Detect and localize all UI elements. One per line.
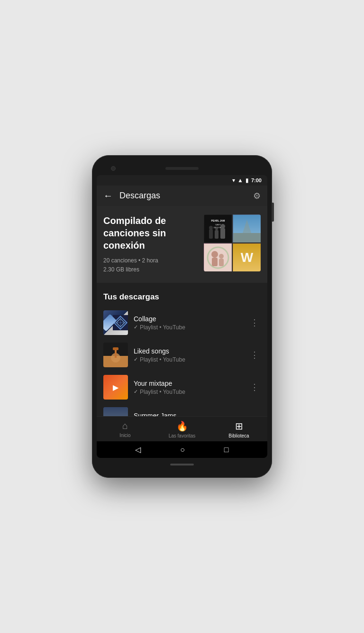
more-options-button-liked-songs[interactable]: ⋮	[248, 348, 261, 362]
item-thumbnail-summer-jams	[103, 407, 128, 416]
hero-title: Compilado de canciones sin conexión	[103, 214, 197, 251]
item-name-collage: Collage	[134, 315, 243, 323]
svg-rect-16	[212, 258, 218, 266]
library-icon: ⊞	[235, 420, 243, 432]
verified-icon: ✓	[134, 356, 138, 363]
more-options-button-summer-jams[interactable]: ⋮	[248, 412, 261, 416]
android-home-button[interactable]: ○	[180, 446, 185, 454]
svg-rect-6	[215, 230, 218, 239]
hero-collage: PEARL JAM CAN'T DENY ME	[204, 214, 261, 271]
nav-item-biblioteca[interactable]: ⊞ Biblioteca	[210, 420, 267, 438]
svg-rect-30	[113, 347, 118, 350]
verified-icon: ✓	[134, 389, 138, 395]
earpiece-speaker	[165, 167, 199, 170]
android-recents-button[interactable]: □	[224, 446, 229, 454]
battery-icon: ▮	[246, 177, 249, 184]
signal-icon: ▲	[237, 177, 243, 184]
download-item[interactable]: Liked songs ✓ Playlist • YouTube ⋮	[97, 339, 267, 371]
front-camera	[111, 166, 116, 171]
more-options-button-your-mixtape[interactable]: ⋮	[248, 380, 261, 394]
svg-rect-8	[220, 228, 225, 239]
nav-item-inicio[interactable]: ⌂ Inicio	[97, 420, 154, 438]
svg-text:PEARL JAM: PEARL JAM	[211, 219, 225, 222]
nav-label-biblioteca: Biblioteca	[228, 433, 249, 438]
bottom-navigation: ⌂ Inicio 🔥 Las favoritas ⊞ Biblioteca	[97, 416, 267, 441]
svg-rect-18	[219, 259, 224, 266]
more-options-button-collage[interactable]: ⋮	[248, 316, 261, 330]
collage-cell-1: PEARL JAM CAN'T DENY ME	[204, 214, 232, 242]
status-time: 7:00	[251, 177, 262, 183]
item-subtitle-collage: ✓ Playlist • YouTube	[134, 324, 243, 331]
hero-songs-count: 20 canciones • 2 hora	[103, 256, 197, 265]
svg-point-7	[215, 227, 218, 230]
status-icons: ▾ ▲ ▮ 7:00	[232, 177, 262, 184]
item-name-summer-jams: Summer Jams	[134, 412, 243, 416]
back-button[interactable]: ←	[103, 190, 113, 201]
item-subtitle-liked-songs: ✓ Playlist • YouTube	[134, 356, 243, 363]
item-thumbnail-your-mixtape	[103, 375, 128, 400]
summer-jams-art	[103, 407, 128, 416]
home-indicator	[170, 464, 194, 465]
phone-screen: ▾ ▲ ▮ 7:00 ← Descargas ⚙ Compilado de ca…	[97, 175, 267, 458]
settings-button[interactable]: ⚙	[253, 191, 261, 201]
scroll-content: Compilado de canciones sin conexión 20 c…	[97, 206, 267, 416]
home-icon: ⌂	[122, 420, 128, 431]
svg-text:W: W	[240, 250, 253, 265]
collage-cell-3	[204, 243, 232, 271]
svg-point-17	[219, 254, 224, 259]
download-item[interactable]: Collage ✓ Playlist • YouTube ⋮	[97, 307, 267, 339]
item-name-your-mixtape: Your mixtape	[134, 380, 243, 387]
item-info-summer-jams: Summer Jams ✓ Playlist • YouTube	[134, 412, 243, 416]
section-title: Tus descargas	[103, 292, 159, 301]
svg-point-15	[211, 251, 218, 258]
item-info-collage: Collage ✓ Playlist • YouTube	[134, 315, 243, 331]
phone-bottom	[97, 458, 267, 471]
verified-icon: ✓	[134, 324, 138, 330]
nav-label-favoritas: Las favoritas	[169, 433, 196, 438]
svg-point-5	[209, 226, 213, 230]
phone-top-bar	[97, 162, 267, 175]
hero-storage: 2.30 GB libres	[103, 265, 197, 274]
hero-text: Compilado de canciones sin conexión 20 c…	[103, 214, 197, 274]
svg-rect-4	[209, 229, 213, 239]
fire-icon: 🔥	[176, 420, 188, 432]
android-navigation: ◁ ○ □	[97, 441, 267, 458]
svg-text:CAN'T: CAN'T	[215, 223, 221, 226]
hero-section: Compilado de canciones sin conexión 20 c…	[97, 206, 267, 283]
phone-shell: ▾ ▲ ▮ 7:00 ← Descargas ⚙ Compilado de ca…	[92, 155, 272, 478]
svg-rect-13	[204, 244, 232, 271]
svg-rect-11	[233, 233, 261, 242]
nav-item-favoritas[interactable]: 🔥 Las favoritas	[154, 420, 210, 438]
item-info-liked-songs: Liked songs ✓ Playlist • YouTube	[134, 347, 243, 363]
item-name-liked-songs: Liked songs	[134, 347, 243, 355]
download-item[interactable]: Summer Jams ✓ Playlist • YouTube ⋮	[97, 403, 267, 416]
status-bar: ▾ ▲ ▮ 7:00	[97, 175, 267, 186]
nav-label-inicio: Inicio	[119, 433, 130, 438]
collage-cell-2	[233, 214, 261, 242]
item-thumbnail-collage	[103, 310, 128, 335]
page-title: Descargas	[119, 191, 253, 201]
item-subtitle-your-mixtape: ✓ Playlist • YouTube	[134, 389, 243, 395]
section-header: Tus descargas	[97, 285, 267, 307]
volume-button	[272, 203, 274, 222]
app-header: ← Descargas ⚙	[97, 186, 267, 206]
android-back-button[interactable]: ◁	[135, 445, 141, 454]
wifi-icon: ▾	[232, 177, 235, 184]
download-item[interactable]: Your mixtape ✓ Playlist • YouTube ⋮	[97, 371, 267, 403]
item-thumbnail-liked-songs	[103, 343, 128, 367]
svg-point-9	[220, 224, 225, 229]
item-info-your-mixtape: Your mixtape ✓ Playlist • YouTube	[134, 380, 243, 395]
collage-cell-4: W	[233, 243, 261, 271]
download-list: Collage ✓ Playlist • YouTube ⋮	[97, 307, 267, 416]
